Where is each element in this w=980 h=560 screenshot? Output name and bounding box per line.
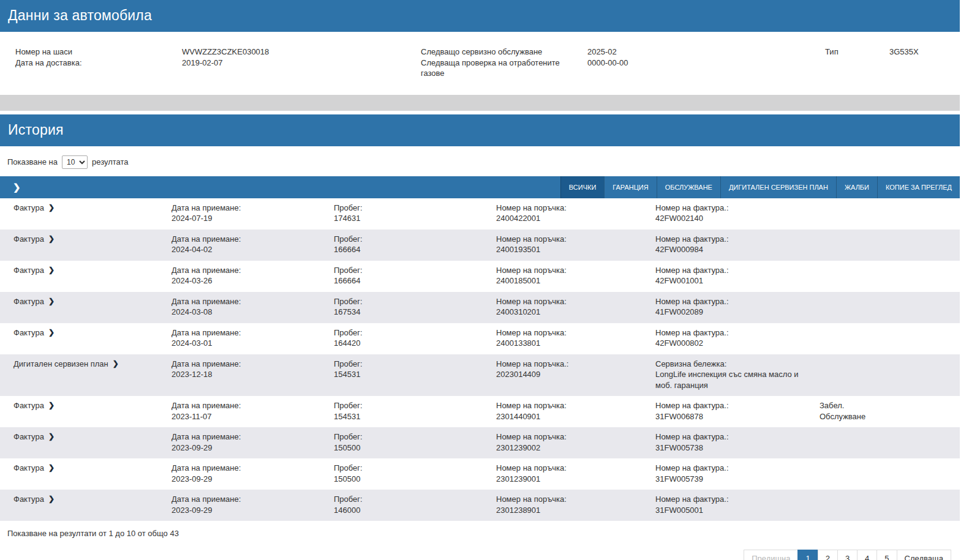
row-order-cell: Номер на поръчка: 2301239001 bbox=[496, 463, 655, 484]
row-type-cell[interactable]: Фактура ❯ bbox=[13, 494, 172, 515]
row-type-cell[interactable]: Фактура ❯ bbox=[13, 463, 172, 484]
row-type-cell[interactable]: Фактура ❯ bbox=[13, 203, 172, 224]
row-mileage-cell: Пробег: 150500 bbox=[334, 463, 496, 484]
filter-tab[interactable]: ЖАЛБИ bbox=[836, 176, 877, 198]
row-order-cell: Номер на поръчка: 2301239002 bbox=[496, 431, 655, 453]
filter-tab[interactable]: ГАРАНЦИЯ bbox=[604, 176, 656, 198]
row-date-cell: Дата на приемане: 2023-09-29 bbox=[172, 463, 334, 484]
mileage-value: 166664 bbox=[334, 275, 481, 286]
row-mileage-cell: Пробег: 154531 bbox=[334, 400, 496, 422]
next-service-label: Следващо сервизно обслужване bbox=[421, 47, 587, 58]
filter-tab[interactable]: ВСИЧКИ bbox=[560, 176, 604, 198]
pagination-page-button[interactable]: 4 bbox=[857, 550, 877, 560]
document-label: Номер на фактура.: bbox=[655, 234, 809, 245]
row-mileage-cell: Пробег: 174631 bbox=[334, 203, 496, 224]
date-label: Дата на приемане: bbox=[172, 431, 323, 442]
history-toolbar: ❯ ВСИЧКИ ГАРАНЦИЯ ОБСЛУЖВАНЕ ДИГИТАЛЕН С… bbox=[0, 176, 960, 198]
mileage-label: Пробег: bbox=[334, 234, 485, 245]
pagination-next-button[interactable]: Следваща bbox=[897, 550, 951, 560]
mileage-value: 167534 bbox=[334, 307, 481, 318]
row-note-cell bbox=[820, 234, 960, 255]
pagination-previous-button[interactable]: Предишна bbox=[744, 550, 798, 560]
row-mileage-cell: Пробег: 146000 bbox=[334, 494, 496, 515]
date-value: 2023-12-18 bbox=[172, 369, 318, 380]
filter-tab[interactable]: ОБСЛУЖВАНЕ bbox=[657, 176, 720, 198]
document-label: Сервизна бележка: bbox=[655, 359, 809, 370]
type-label: Тип bbox=[825, 47, 889, 58]
row-type-cell[interactable]: Фактура ❯ bbox=[13, 400, 172, 422]
page-length-prefix: Показване на bbox=[7, 157, 58, 166]
filter-tab[interactable]: КОПИЕ ЗА ПРЕГЛЕД bbox=[877, 176, 960, 198]
row-document-cell: Номер на фактура.: 31FW005001 bbox=[655, 494, 820, 515]
pagination-page-button[interactable]: 5 bbox=[876, 550, 897, 560]
mileage-value: 164420 bbox=[334, 338, 481, 349]
document-value: LongLife инспекция със смяна масло и моб… bbox=[655, 369, 802, 390]
mileage-label: Пробег: bbox=[334, 203, 485, 214]
mileage-value: 154531 bbox=[334, 369, 481, 380]
page-length-suffix: резултата bbox=[92, 157, 129, 166]
document-label: Номер на фактура.: bbox=[655, 400, 809, 411]
document-value: 42FW000802 bbox=[655, 338, 802, 349]
pagination-page-button[interactable]: 2 bbox=[818, 550, 838, 560]
table-row: Фактура ❯ Дата на приемане: 2024-03-08 П… bbox=[0, 292, 960, 323]
date-label: Дата на приемане: bbox=[172, 494, 323, 505]
row-type-cell[interactable]: Фактура ❯ bbox=[13, 234, 172, 255]
row-type-label: Фактура bbox=[13, 265, 44, 276]
mileage-value: 150500 bbox=[334, 442, 481, 454]
row-type-cell[interactable]: Дигитален сервизен план ❯ bbox=[13, 359, 172, 391]
chevron-right-icon: ❯ bbox=[48, 296, 55, 307]
history-table: Фактура ❯ Дата на приемане: 2024-07-19 П… bbox=[0, 198, 960, 521]
date-label: Дата на приемане: bbox=[172, 400, 323, 411]
row-type-label: Фактура bbox=[13, 327, 44, 338]
table-row: Фактура ❯ Дата на приемане: 2024-04-02 П… bbox=[0, 230, 960, 261]
next-emissions-value: 0000-00-00 bbox=[587, 58, 825, 69]
row-note-cell bbox=[820, 463, 960, 484]
date-label: Дата на приемане: bbox=[172, 327, 323, 338]
filter-tab[interactable]: ДИГИТАЛЕН СЕРВИЗЕН ПЛАН bbox=[720, 176, 836, 198]
document-value: 31FW005738 bbox=[655, 442, 802, 454]
history-section-header: История bbox=[0, 114, 960, 146]
document-label: Номер на фактура.: bbox=[655, 494, 809, 505]
row-type-label: Фактура bbox=[13, 296, 44, 307]
row-type-cell[interactable]: Фактура ❯ bbox=[13, 296, 172, 318]
table-row: Фактура ❯ Дата на приемане: 2023-11-07 П… bbox=[0, 396, 960, 427]
row-date-cell: Дата на приемане: 2023-12-18 bbox=[172, 359, 334, 391]
pagination-page-button[interactable]: 3 bbox=[837, 550, 858, 560]
page-length-select[interactable]: 10 bbox=[62, 155, 88, 169]
row-date-cell: Дата на приемане: 2023-09-29 bbox=[172, 494, 334, 515]
history-section-title: История bbox=[8, 122, 952, 138]
row-date-cell: Дата на приемане: 2024-03-08 bbox=[172, 296, 334, 318]
table-row: Дигитален сервизен план ❯ Дата на приема… bbox=[0, 354, 960, 397]
mileage-label: Пробег: bbox=[334, 400, 485, 411]
row-type-cell[interactable]: Фактура ❯ bbox=[13, 265, 172, 286]
order-number-value: 2400422001 bbox=[496, 213, 643, 224]
row-mileage-cell: Пробег: 166664 bbox=[334, 234, 496, 255]
date-label: Дата на приемане: bbox=[172, 296, 323, 307]
chevron-right-icon: ❯ bbox=[48, 494, 55, 505]
table-row: Фактура ❯ Дата на приемане: 2024-03-01 П… bbox=[0, 323, 960, 354]
table-row: Фактура ❯ Дата на приемане: 2023-09-29 П… bbox=[0, 458, 960, 490]
date-value: 2024-03-01 bbox=[172, 338, 318, 349]
row-order-cell: Номер на поръчка: 2400133801 bbox=[496, 327, 655, 349]
mileage-value: 146000 bbox=[334, 505, 481, 516]
toolbar-expand-icon[interactable]: ❯ bbox=[0, 182, 21, 193]
vehicle-values-col3: 3G535X bbox=[889, 47, 960, 79]
filter-tabs: ВСИЧКИ ГАРАНЦИЯ ОБСЛУЖВАНЕ ДИГИТАЛЕН СЕР… bbox=[560, 176, 960, 198]
order-number-value: 2301239001 bbox=[496, 474, 643, 485]
delivery-date-value: 2019-02-07 bbox=[182, 58, 421, 69]
row-type-cell[interactable]: Фактура ❯ bbox=[13, 431, 172, 453]
row-order-cell: Номер на поръчка: 2400422001 bbox=[496, 203, 655, 224]
order-number-label: Номер на поръчка: bbox=[496, 265, 644, 276]
pagination-pages: 1 2 3 4 5 bbox=[798, 550, 897, 560]
row-type-label: Фактура bbox=[13, 203, 44, 214]
document-value: 31FW005739 bbox=[655, 474, 802, 485]
row-date-cell: Дата на приемане: 2023-09-29 bbox=[172, 431, 334, 453]
chevron-right-icon: ❯ bbox=[48, 265, 55, 276]
row-type-cell[interactable]: Фактура ❯ bbox=[13, 327, 172, 349]
document-value: 42FW000984 bbox=[655, 244, 802, 255]
order-number-label: Номер на поръчка: bbox=[496, 203, 644, 214]
pagination-page-button[interactable]: 1 bbox=[797, 550, 818, 560]
row-mileage-cell: Пробег: 150500 bbox=[334, 431, 496, 453]
row-date-cell: Дата на приемане: 2024-04-02 bbox=[172, 234, 334, 255]
document-label: Номер на фактура.: bbox=[655, 296, 809, 307]
